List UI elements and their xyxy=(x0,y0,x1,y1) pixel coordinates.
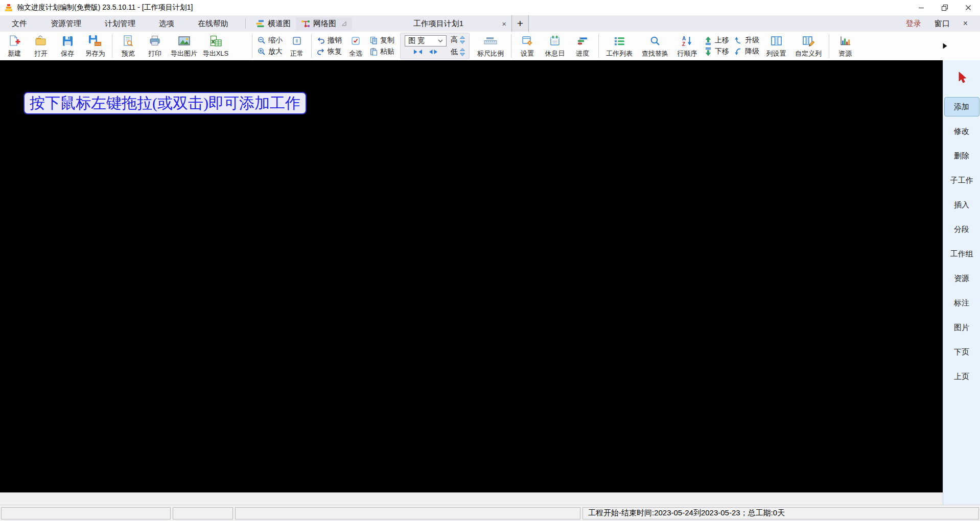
network-view-label: 网络图 xyxy=(313,19,336,29)
settings-button[interactable]: 设置 xyxy=(514,32,541,60)
window-title: 翰文进度计划编制(免费版) 23.5.10.11 - [工作项目计划1] xyxy=(17,3,193,12)
gantt-view-button[interactable]: 横道图 xyxy=(251,17,296,30)
fit-wide-icon[interactable] xyxy=(429,49,438,55)
menu-online-help[interactable]: 在线帮助 xyxy=(186,15,240,32)
toolbar-overflow-icon[interactable] xyxy=(943,43,947,49)
find-replace-button[interactable]: 查找替换 xyxy=(637,32,673,60)
sidebar-item-delete[interactable]: 删除 xyxy=(944,146,979,165)
toolbar-separator xyxy=(252,34,252,58)
menu-options[interactable]: 选项 xyxy=(147,15,186,32)
fit-narrow-icon[interactable] xyxy=(413,49,423,55)
sidebar-item-annotation[interactable]: 标注 xyxy=(944,293,979,313)
sidebar-item-image[interactable]: 图片 xyxy=(944,318,979,337)
sidebar-item-workgroup[interactable]: 工作组 xyxy=(944,244,979,264)
minimize-button[interactable] xyxy=(909,0,933,15)
row-height-high-control[interactable]: 高 xyxy=(451,35,465,44)
spinner-up-down-icon xyxy=(460,48,465,56)
work-list-button[interactable]: 工作列表 xyxy=(601,32,637,60)
document-tab-label: 工作项目计划1 xyxy=(413,19,463,29)
menu-plan-management[interactable]: 计划管理 xyxy=(93,15,147,32)
promote-arrow-icon xyxy=(734,36,742,44)
menubar-close-icon[interactable]: × xyxy=(963,19,968,28)
menu-separator xyxy=(245,18,246,29)
sidebar-item-segment[interactable]: 分段 xyxy=(944,220,979,239)
save-button[interactable]: 保存 xyxy=(54,32,81,60)
preview-icon xyxy=(122,35,134,47)
custom-columns-button[interactable]: 自定义列 xyxy=(790,32,826,60)
document-tab[interactable]: 工作项目计划1 × xyxy=(365,15,511,32)
progress-bars-icon xyxy=(577,37,588,45)
menubar: 文件 资源管理 计划管理 选项 在线帮助 横道图 网络图 xyxy=(0,15,980,32)
new-button[interactable]: 新建 xyxy=(1,32,28,60)
status-segment xyxy=(173,507,233,519)
tab-close-icon[interactable]: × xyxy=(502,19,506,28)
status-segment xyxy=(1,507,171,519)
demote-arrow-icon xyxy=(734,48,742,56)
promote-button[interactable]: 升级 xyxy=(734,36,759,45)
export-xls-icon xyxy=(209,35,222,47)
menu-file[interactable]: 文件 xyxy=(0,15,39,32)
ruler-icon xyxy=(483,36,498,45)
preview-button[interactable]: 预览 xyxy=(115,32,142,60)
select-all-button[interactable]: 全选 xyxy=(344,32,367,60)
toolbar-separator xyxy=(829,34,829,58)
sidebar-item-subtask[interactable]: 子工作 xyxy=(944,171,979,190)
zoom-out-icon xyxy=(258,36,266,44)
gantt-view-label: 横道图 xyxy=(268,19,291,29)
column-settings-button[interactable]: 列设置 xyxy=(762,32,790,60)
rest-day-button[interactable]: 休息日 xyxy=(541,32,569,60)
horizontal-scrollbar[interactable] xyxy=(0,492,943,505)
zoom-in-button[interactable]: 放大 xyxy=(258,47,283,56)
undo-button[interactable]: 撤销 xyxy=(317,36,342,45)
menu-window[interactable]: 窗口 xyxy=(935,19,950,29)
zoom-in-icon xyxy=(258,48,266,56)
network-view-button[interactable]: 网络图 xyxy=(296,17,352,30)
resource-chart-icon xyxy=(839,36,851,46)
gantt-canvas[interactable]: 按下鼠标左键拖拉(或双击)即可添加工作 xyxy=(0,60,943,492)
zoom-out-button[interactable]: 缩小 xyxy=(258,36,283,45)
move-up-button[interactable]: 上移 xyxy=(704,36,729,45)
titlebar: 翰文进度计划编制(免费版) 23.5.10.11 - [工作项目计划1] xyxy=(0,0,980,15)
demote-button[interactable]: 降级 xyxy=(734,47,759,56)
sidebar-item-next-page[interactable]: 下页 xyxy=(944,342,979,362)
columns-icon xyxy=(771,36,782,46)
save-as-button[interactable]: 另存为 xyxy=(81,32,109,60)
export-image-button[interactable]: 导出图片 xyxy=(168,32,200,60)
print-button[interactable]: 打印 xyxy=(142,32,168,60)
row-order-button[interactable]: A Z 行顺序 xyxy=(673,32,702,60)
menu-resource-management[interactable]: 资源管理 xyxy=(39,15,93,32)
close-button[interactable] xyxy=(956,0,980,15)
normal-view-icon xyxy=(292,36,301,45)
sidebar-item-insert[interactable]: 插入 xyxy=(944,195,979,215)
chart-width-select[interactable]: 图 宽 xyxy=(405,35,447,46)
sidebar-item-resources[interactable]: 资源 xyxy=(944,269,979,288)
chart-size-panel: 图 宽 高 xyxy=(400,33,470,59)
move-down-button[interactable]: 下移 xyxy=(704,47,729,56)
copy-button[interactable]: 复制 xyxy=(369,36,394,45)
print-icon xyxy=(149,35,161,47)
sidebar-item-add[interactable]: 添加 xyxy=(944,97,979,116)
paste-button[interactable]: 粘贴 xyxy=(369,47,394,56)
restore-button[interactable] xyxy=(933,0,956,15)
menubar-right: 登录 窗口 × xyxy=(906,19,980,29)
spinner-up-down-icon xyxy=(460,36,465,44)
right-sidebar: 添加 修改 删除 子工作 插入 分段 工作组 资源 标注 图片 下页 上页 xyxy=(943,60,980,505)
sidebar-item-modify[interactable]: 修改 xyxy=(944,122,979,141)
toolbar-group-file: 新建 打开 保存 xyxy=(1,32,109,60)
sidebar-item-prev-page[interactable]: 上页 xyxy=(944,367,979,386)
progress-button[interactable]: 进度 xyxy=(569,32,596,60)
row-height-low-control[interactable]: 低 xyxy=(451,48,465,57)
login-link[interactable]: 登录 xyxy=(906,19,921,29)
new-tab-button[interactable]: + xyxy=(511,15,529,32)
save-as-icon xyxy=(88,35,102,47)
redo-button[interactable]: 恢复 xyxy=(317,47,342,56)
svg-text:A: A xyxy=(682,36,686,41)
undo-icon xyxy=(317,37,325,44)
resources-button[interactable]: 资源 xyxy=(832,32,858,60)
minimize-icon xyxy=(917,3,926,12)
export-image-icon xyxy=(178,35,191,46)
normal-view-button[interactable]: 正常 xyxy=(285,32,309,60)
export-xls-button[interactable]: 导出XLS xyxy=(200,32,231,60)
ruler-scale-button[interactable]: 标尺比例 xyxy=(473,32,508,60)
open-button[interactable]: 打开 xyxy=(28,32,54,60)
